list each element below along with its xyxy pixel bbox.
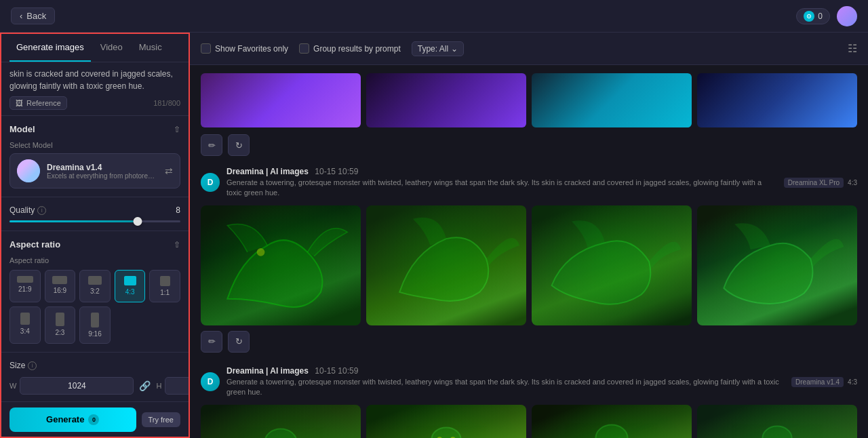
gen-ratio-tag-2: 4:3 xyxy=(848,378,857,386)
model-info: Dreamina v1.4 Excels at everything from … xyxy=(47,163,158,180)
tab-generate-images[interactable]: Generate images xyxy=(9,34,91,62)
reference-button[interactable]: 🖼 Reference xyxy=(9,96,67,110)
prompt-text: skin is cracked and covered in jagged sc… xyxy=(9,68,180,92)
prompt-footer: 🖼 Reference 181/800 xyxy=(9,96,180,110)
credit-count: 0 xyxy=(818,12,823,21)
slider-fill xyxy=(9,220,138,222)
back-button[interactable]: ‹ Back xyxy=(11,7,55,24)
grid-view-button[interactable]: ☷ xyxy=(848,42,857,55)
show-favorites-checkbox[interactable] xyxy=(201,43,211,54)
try-free-badge[interactable]: Try free xyxy=(142,412,181,427)
top-thumb-4[interactable] xyxy=(697,73,857,127)
gen-meta-1: Dreamina | AI images 10-15 10:59 Generat… xyxy=(226,167,777,199)
top-thumb-3[interactable] xyxy=(532,73,692,127)
top-thumb-1[interactable] xyxy=(201,73,361,127)
aspect-ratio-21-9[interactable]: 21:9 xyxy=(9,270,41,302)
ar-shape-2-3 xyxy=(56,313,64,326)
size-section: Size i W 🔗 H xyxy=(1,353,189,401)
generate-button[interactable]: Generate 0 xyxy=(9,407,136,432)
show-favorites-label: Show Favorites only xyxy=(215,44,288,54)
gen-title-1: Dreamina | AI images 10-15 10:59 xyxy=(226,167,777,176)
aspect-ratio-1-1[interactable]: 1:1 xyxy=(149,270,180,302)
edit-action-btn-1[interactable]: ✏ xyxy=(201,331,222,353)
group-results-label: Group results by prompt xyxy=(313,44,401,54)
group-results-checkbox[interactable] xyxy=(299,43,309,54)
image-cell-2-2[interactable] xyxy=(366,405,526,438)
top-bar: ‹ Back ⊙ 0 xyxy=(0,0,868,33)
aspect-ratio-2-3[interactable]: 2:3 xyxy=(45,306,76,344)
gen-ratio-tag-1: 4:3 xyxy=(848,179,857,186)
gen-model-tag-2: Dreamina v1.4 xyxy=(791,377,844,387)
link-icon[interactable]: 🔗 xyxy=(139,380,151,391)
chevron-up-icon-ar: ⇧ xyxy=(174,240,180,250)
image-cell-1-4[interactable] xyxy=(697,205,857,325)
type-dropdown[interactable]: Type: All ⌄ xyxy=(412,41,464,56)
credit-icon: ⊙ xyxy=(804,11,814,22)
aspect-ratio-sub-label: Aspect ratio xyxy=(9,256,180,264)
quality-info-icon[interactable]: i xyxy=(37,206,46,215)
model-selector[interactable]: Dreamina v1.4 Excels at everything from … xyxy=(9,153,180,188)
aspect-ratio-4-3[interactable]: 4:3 xyxy=(115,270,146,302)
reference-label: Reference xyxy=(26,99,61,107)
model-section-header: Model ⇧ xyxy=(9,124,180,134)
user-avatar[interactable] xyxy=(837,6,857,26)
generation-header-1: D Dreamina | AI images 10-15 10:59 Gener… xyxy=(201,167,857,199)
right-panel: Show Favorites only Group results by pro… xyxy=(190,33,868,438)
refresh-action-btn-top[interactable]: ↻ xyxy=(228,134,250,156)
creature-svg-1 xyxy=(201,405,361,438)
gen-meta-tags-1: Dreamina XL Pro 4:3 xyxy=(784,178,857,188)
height-input[interactable] xyxy=(165,377,189,395)
gen-timestamp-1: 10-15 10:59 xyxy=(315,167,358,176)
image-cell-1-3[interactable] xyxy=(532,205,692,325)
gen-avatar-1: D xyxy=(201,173,220,192)
quality-section: Quality i 8 xyxy=(1,197,189,231)
settings-icon: ⇄ xyxy=(165,165,173,176)
tab-video[interactable]: Video xyxy=(94,34,130,62)
gen-meta-2: Dreamina | AI images 10-15 10:59 Generat… xyxy=(226,366,785,398)
svg-point-1 xyxy=(264,429,296,438)
type-label: Type: All xyxy=(418,44,448,54)
dropdown-chevron-icon: ⌄ xyxy=(451,44,458,54)
refresh-action-btn-1[interactable]: ↻ xyxy=(228,331,250,353)
aspect-ratio-header: Aspect ratio ⇧ xyxy=(9,239,180,250)
aspect-ratio-3-4[interactable]: 3:4 xyxy=(9,306,41,344)
width-input[interactable] xyxy=(20,377,134,395)
image-cell-2-4[interactable] xyxy=(697,405,857,438)
top-thumb-2[interactable] xyxy=(366,73,526,127)
ar-shape-4-3 xyxy=(124,276,136,285)
show-favorites-item[interactable]: Show Favorites only xyxy=(201,43,288,54)
generation-block-1: D Dreamina | AI images 10-15 10:59 Gener… xyxy=(201,167,857,353)
prompt-area: skin is cracked and covered in jagged sc… xyxy=(1,62,189,116)
edit-action-btn-top[interactable]: ✏ xyxy=(201,134,222,156)
image-grid-2 xyxy=(201,405,857,438)
ar-shape-3-2 xyxy=(88,276,102,285)
width-field: W xyxy=(9,377,134,395)
aspect-ratio-16-9[interactable]: 16:9 xyxy=(45,270,76,302)
gen-meta-tags-2: Dreamina v1.4 4:3 xyxy=(791,377,857,387)
ar-shape-9-16 xyxy=(91,313,99,327)
model-avatar xyxy=(17,159,40,182)
dragon-svg-3 xyxy=(532,205,692,325)
quality-row: Quality i 8 xyxy=(9,205,180,215)
aspect-ratio-3-2[interactable]: 3:2 xyxy=(79,270,111,302)
panel-scroll: skin is cracked and covered in jagged sc… xyxy=(1,62,189,401)
aspect-ratio-9-16[interactable]: 9:16 xyxy=(79,306,111,344)
size-info-icon[interactable]: i xyxy=(28,361,37,370)
gen-title-2: Dreamina | AI images 10-15 10:59 xyxy=(226,366,785,376)
image-cell-1-2[interactable] xyxy=(366,205,526,325)
credit-badge[interactable]: ⊙ 0 xyxy=(796,8,830,24)
slider-thumb xyxy=(134,217,142,226)
image-icon: 🖼 xyxy=(16,99,23,107)
main-layout: Generate images Video Music skin is crac… xyxy=(0,33,868,438)
model-name: Dreamina v1.4 xyxy=(47,163,158,172)
quality-slider[interactable] xyxy=(9,220,180,222)
quality-value: 8 xyxy=(176,205,180,215)
gen-actions-1: ✏ ↻ xyxy=(201,331,857,353)
height-label: H xyxy=(156,382,161,390)
tab-music[interactable]: Music xyxy=(132,34,169,62)
group-results-item[interactable]: Group results by prompt xyxy=(299,43,401,54)
image-cell-2-3[interactable] xyxy=(532,405,692,438)
image-cell-1-1[interactable] xyxy=(201,205,361,325)
back-label: Back xyxy=(26,11,46,21)
image-cell-2-1[interactable] xyxy=(201,405,361,438)
